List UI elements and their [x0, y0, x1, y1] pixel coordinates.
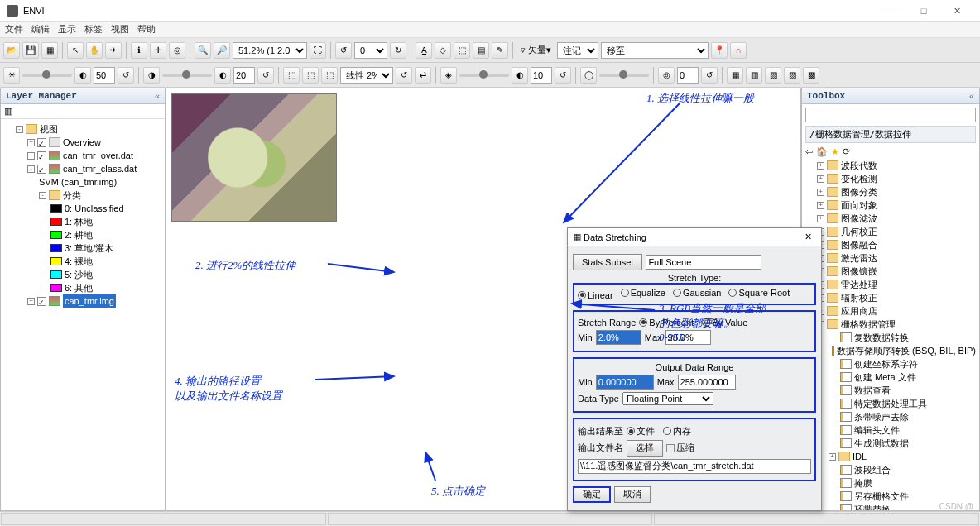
collapse-icon[interactable]: « [155, 91, 160, 101]
tree-toggle[interactable]: - [27, 165, 35, 173]
radio-gaussian[interactable]: Gaussian [673, 288, 721, 298]
pan-icon[interactable]: ✋ [86, 42, 103, 59]
toolbox-item[interactable]: 创建 Meta 文件 [854, 371, 916, 384]
menu-file[interactable]: 文件 [5, 23, 23, 36]
goto-select[interactable]: 移至 [601, 42, 709, 59]
target-icon[interactable]: ◎ [169, 42, 185, 59]
toolbox-item[interactable]: 图像分类 [841, 185, 877, 198]
extra-a-icon[interactable]: ◎ [658, 67, 675, 84]
crosshair-icon[interactable]: ✛ [150, 42, 166, 59]
toolbox-item[interactable]: 数据查看 [854, 384, 891, 397]
radio-out-mem[interactable]: 内存 [663, 425, 691, 438]
stats-subset-field[interactable] [646, 255, 761, 270]
toolbox-item[interactable]: 波段代数 [841, 159, 877, 172]
info-icon[interactable]: ℹ [131, 42, 147, 59]
class-label[interactable]: 1: 林地 [65, 215, 93, 228]
reset-b-icon[interactable]: ↺ [257, 67, 274, 84]
min-percent-field[interactable] [596, 330, 641, 345]
tree-toggle[interactable]: + [817, 215, 824, 222]
toolbox-item[interactable]: 生成测试数据 [854, 437, 909, 450]
menu-label[interactable]: 标签 [84, 23, 103, 36]
vector-dropdown[interactable]: ▿ 矢量▾ [517, 44, 555, 56]
toolbox-search[interactable] [805, 108, 976, 122]
toolbox-item[interactable]: 应用商店 [841, 304, 877, 318]
grid-c-icon[interactable]: ▧ [765, 67, 781, 84]
layer-checkbox[interactable] [37, 138, 46, 147]
tree-toggle[interactable]: + [817, 162, 824, 170]
tool-b-icon[interactable]: ◇ [435, 42, 451, 59]
sharp-icon[interactable]: ◈ [440, 67, 457, 84]
contrast-b-icon[interactable]: ◐ [214, 67, 231, 84]
toolbox-item[interactable]: 图像滤波 [841, 212, 877, 225]
radio-sqrt[interactable]: Square Root [728, 288, 790, 298]
class-label[interactable]: 0: Unclassified [65, 202, 124, 215]
toolbox-item[interactable]: 条带噪声去除 [854, 410, 909, 423]
layer-label[interactable]: Overview [63, 136, 101, 149]
tree-toggle[interactable]: + [817, 189, 824, 196]
output-path-field[interactable] [578, 459, 811, 474]
tree-toggle[interactable]: + [817, 175, 824, 183]
moon-icon[interactable]: ◑ [143, 67, 160, 84]
out-min-field[interactable] [596, 375, 654, 390]
grid-e-icon[interactable]: ▩ [803, 67, 819, 84]
tree-toggle[interactable]: + [27, 152, 35, 160]
toolbox-item[interactable]: 掩膜 [854, 476, 872, 490]
toolbox-item[interactable]: 栅格数据管理 [841, 318, 896, 331]
tree-toggle[interactable]: + [817, 202, 824, 209]
stretch-d-icon[interactable]: ↺ [396, 67, 412, 84]
grid-d-icon[interactable]: ▨ [784, 67, 800, 84]
tool-c-icon[interactable]: ⬚ [454, 42, 470, 59]
toolbox-item[interactable]: 另存栅格文件 [854, 490, 909, 503]
tree-toggle[interactable]: - [16, 126, 23, 133]
compress-checkbox[interactable]: 压缩 [666, 442, 694, 454]
class-label[interactable]: 5: 沙地 [65, 268, 93, 281]
close-button[interactable]: ✕ [940, 2, 973, 20]
fit-icon[interactable]: ⛶ [310, 42, 326, 59]
zoom-out-icon[interactable]: 🔍 [195, 42, 211, 59]
minimize-button[interactable]: — [874, 2, 907, 20]
toolbox-item[interactable]: 创建坐标系字符 [854, 357, 918, 371]
toolbox-item[interactable]: 面向对象 [841, 198, 877, 212]
toolbox-item[interactable]: 波段组合 [854, 463, 891, 476]
rotate-right-icon[interactable]: ↻ [390, 42, 406, 59]
alpha-icon[interactable]: ◯ [580, 67, 597, 84]
lm-tool-icon[interactable]: ▥ [4, 106, 12, 117]
tree-toggle[interactable]: - [39, 192, 46, 199]
stretch-mode-select[interactable]: 线性 2% [340, 67, 393, 84]
chip-icon[interactable]: ▦ [41, 42, 58, 59]
grid-b-icon[interactable]: ▥ [746, 67, 762, 84]
tool-d-icon[interactable]: ▤ [473, 42, 489, 59]
tool-e-icon[interactable]: ✎ [492, 42, 508, 59]
toolbox-item[interactable]: 辐射校正 [841, 291, 877, 304]
toolbox-item[interactable]: 数据存储顺序转换 (BSQ, BIL, BIP) [837, 344, 976, 357]
save-icon[interactable]: 💾 [22, 42, 39, 59]
layer-label[interactable]: can_tmr_over.dat [63, 149, 133, 162]
choose-file-button[interactable]: 选择 [627, 440, 663, 457]
layer-label[interactable]: SVM (can_tmr.img) [39, 175, 117, 189]
dtype-select[interactable]: Floating Point [622, 392, 713, 405]
class-label[interactable]: 6: 其他 [65, 281, 93, 294]
toolbox-item[interactable]: 雷达处理 [841, 278, 877, 291]
tree-toggle[interactable]: + [27, 139, 35, 146]
dialog-close-button[interactable]: ✕ [800, 232, 816, 242]
menu-edit[interactable]: 编辑 [31, 23, 50, 36]
collapse-icon[interactable]: « [969, 91, 974, 101]
toolbox-item[interactable]: 特定数据处理工具 [854, 397, 927, 410]
tree-toggle[interactable]: + [27, 298, 35, 305]
radio-equalize[interactable]: Equalize [621, 288, 665, 298]
grid-a-icon[interactable]: ▦ [727, 67, 743, 84]
brightness-slider[interactable] [22, 74, 72, 77]
radio-out-file[interactable]: 文件 [627, 425, 655, 438]
contrast-slider[interactable] [162, 74, 212, 77]
stretch-a-icon[interactable]: ⬚ [283, 67, 300, 84]
stretch-b-icon[interactable]: ⬚ [302, 67, 319, 84]
contrast-value[interactable] [233, 67, 255, 84]
sharp-b-icon[interactable]: ◐ [512, 67, 528, 84]
rotate-left-icon[interactable]: ↺ [335, 42, 352, 59]
stretch-c-icon[interactable]: ⬚ [321, 67, 338, 84]
toolbox-item[interactable]: 激光雷达 [841, 251, 877, 265]
toolbox-item[interactable]: 编辑头文件 [854, 423, 900, 437]
class-label[interactable]: 2: 耕地 [65, 228, 93, 241]
sharp-value[interactable] [531, 67, 552, 84]
toolbox-item[interactable]: 图像镶嵌 [841, 265, 877, 278]
